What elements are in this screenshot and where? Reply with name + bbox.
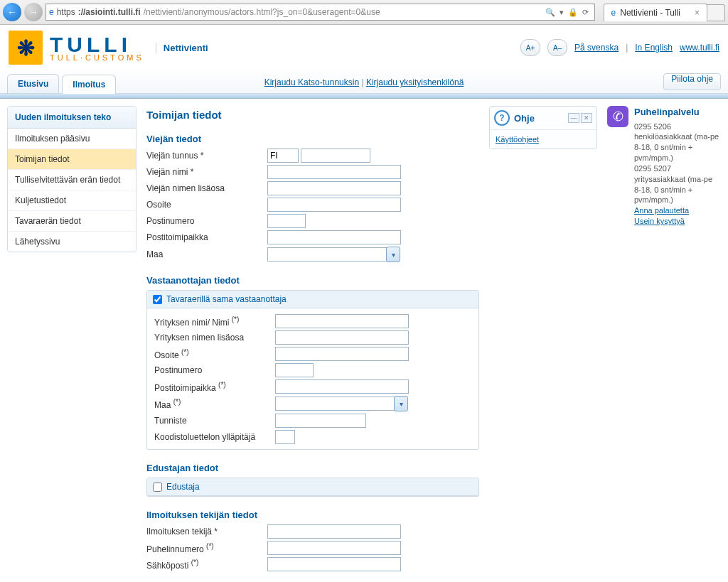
lbl-vast-postinr: Postinumero (154, 365, 275, 375)
input-yritys-lisa[interactable] (275, 330, 409, 345)
input-viejan-tunnus-prefix[interactable] (267, 149, 299, 163)
tab-etusivu[interactable]: Etusivu (7, 74, 59, 93)
feedback-link[interactable]: Anna palautetta (634, 205, 721, 216)
lbl-tunniste: Tunniste (154, 416, 275, 426)
input-viejan-nimi[interactable] (267, 165, 401, 179)
address-bar[interactable]: e https ://asiointi.tulli.fi /nettivient… (46, 4, 595, 21)
tulli-logo-icon: ❋ (9, 31, 43, 65)
sidebar-item-tulliselvitettavan[interactable]: Tulliselvitettävän erän tiedot (8, 170, 136, 190)
tulli-home-link[interactable]: www.tulli.fi (680, 43, 719, 53)
lbl-viejan-osoite: Osoite (146, 200, 267, 210)
tab-ilmoitus[interactable]: Ilmoitus (62, 75, 116, 94)
lbl-ilm-tekija: Ilmoituksen tekijä * (146, 527, 267, 537)
input-ilm-puh[interactable] (267, 541, 401, 555)
url-protocol: https (57, 7, 75, 17)
lbl-vast-postitp: Postitoimipaikka (*) (154, 381, 275, 393)
form-content: Toimijan tiedot Viejän tiedot Viejän tun… (146, 106, 479, 582)
page-title: Toimijan tiedot (146, 109, 479, 121)
vastaanottaja-box: Tavaraerillä sama vastaanottaja Yritykse… (146, 290, 479, 450)
input-tunniste[interactable] (275, 414, 366, 428)
addr-dropdown-icon[interactable]: ▾ (560, 8, 564, 17)
input-vast-postitp[interactable] (275, 379, 409, 394)
site-header: ❋ TULLI TULL·CUSTOMS Nettivienti A+ A– P… (0, 25, 728, 69)
edustaja-box: Edustaja (146, 478, 479, 497)
hide-help-button[interactable]: Piilota ohje (663, 73, 721, 90)
dropdown-viejan-maa[interactable]: ▾ (267, 247, 400, 262)
input-viejan-maa[interactable] (267, 247, 387, 262)
input-koodisto[interactable] (275, 430, 295, 444)
input-vast-osoite[interactable] (275, 347, 409, 361)
ie-tab-icon: e (611, 8, 616, 18)
lbl-yritys-lisa: Yrityksen nimen lisäosa (154, 333, 275, 343)
help-panel: ? Ohje — ✕ Käyttöohjeet (489, 106, 597, 149)
lbl-ilm-email: Sähköposti (*) (146, 559, 267, 571)
checkbox-edustaja[interactable] (153, 483, 162, 492)
lang-english-link[interactable]: In English (635, 43, 673, 53)
sidebar-item-paasivu[interactable]: Ilmoituksen pääsivu (8, 129, 136, 149)
logo-line1: TULLI (50, 34, 144, 55)
browser-chrome-bar: ← → e https ://asiointi.tulli.fi /nettiv… (0, 0, 728, 25)
browser-forward-button[interactable]: → (24, 3, 43, 21)
help-icon: ? (494, 110, 510, 126)
ilmoittaja-heading: Ilmoituksen tekijän tiedot (146, 510, 479, 520)
lbl-viejan-postinr: Postinumero (146, 216, 267, 226)
browser-tab-strip: e Nettivienti - Tulli × (604, 3, 725, 21)
help-title: Ohje (514, 113, 564, 124)
input-viejan-tunnus[interactable] (301, 149, 370, 163)
sidebar-item-lahetyssivu[interactable]: Lähetyssivu (8, 232, 136, 252)
browser-tab-active[interactable]: e Nettivienti - Tulli × (604, 4, 707, 21)
browser-tab-title: Nettivienti - Tulli (620, 8, 680, 18)
decorative-strip (0, 94, 728, 99)
search-icon[interactable]: 🔍 (545, 8, 555, 17)
input-ilm-tekija[interactable] (267, 524, 401, 539)
edustaja-heading: Edustajan tiedot (146, 463, 479, 473)
lbl-edustaja: Edustaja (166, 482, 200, 492)
lbl-viejan-nimi: Viejän nimi * (146, 167, 267, 177)
dropdown-vast-maa[interactable]: ▾ (275, 396, 408, 411)
logo-text: TULLI TULL·CUSTOMS (50, 34, 144, 62)
input-vast-postinr[interactable] (275, 363, 314, 377)
sidebar-item-toimijan[interactable]: Toimijan tiedot (8, 149, 136, 170)
separator: | (626, 43, 628, 53)
input-viejan-postinr[interactable] (267, 214, 306, 228)
lbl-sama-vastaanottaja: Tavaraerillä sama vastaanottaja (166, 294, 287, 304)
new-tab-button[interactable] (707, 4, 725, 21)
lbl-vast-maa: Maa (*) (154, 398, 275, 410)
chevron-down-icon[interactable]: ▾ (394, 396, 408, 411)
input-viejan-osoite[interactable] (267, 198, 401, 212)
checkbox-sama-vastaanottaja[interactable] (153, 295, 162, 304)
input-viejan-postitp[interactable] (267, 230, 401, 244)
lbl-viejan-postitp: Postitoimipaikka (146, 232, 267, 242)
logo-line2: TULL·CUSTOMS (50, 54, 144, 62)
login-links: Kirjaudu Katso-tunnuksin | Kirjaudu yksi… (264, 77, 464, 87)
lbl-vast-osoite: Osoite (*) (154, 348, 275, 360)
close-icon[interactable]: ✕ (581, 113, 592, 123)
login-katso-link[interactable]: Kirjaudu Katso-tunnuksin (264, 77, 359, 87)
sidebar-item-kuljetustiedot[interactable]: Kuljetustiedot (8, 190, 136, 211)
input-viejan-nimen-lisa[interactable] (267, 181, 401, 195)
url-host: ://asiointi.tulli.fi (78, 7, 141, 17)
browser-back-button[interactable]: ← (3, 3, 21, 21)
minimize-icon[interactable]: — (568, 113, 579, 123)
nav-bar: Etusivu Ilmoitus Kirjaudu Katso-tunnuksi… (0, 69, 728, 94)
chevron-down-icon[interactable]: ▾ (386, 247, 400, 262)
phone-line2: 0295 5207 yritysasiakkaat (ma-pe 8-18, 0… (634, 163, 721, 205)
lbl-viejan-maa: Maa (146, 249, 267, 259)
sidebar-item-tavaraeran[interactable]: Tavaraerän tiedot (8, 211, 136, 232)
font-decrease-button[interactable]: A– (547, 39, 567, 56)
lbl-viejan-nimen-lisa: Viejän nimen lisäosa (146, 183, 267, 193)
font-increase-button[interactable]: A+ (520, 39, 540, 56)
phone-icon: ✆ (607, 106, 628, 127)
input-vast-maa[interactable] (275, 397, 395, 411)
refresh-icon[interactable]: ⟳ (582, 8, 589, 17)
vastaanottaja-heading: Vastaanottajan tiedot (146, 275, 479, 286)
faq-link[interactable]: Usein kysyttyä (634, 216, 721, 227)
sidebar-title: Uuden ilmoituksen teko (8, 107, 136, 129)
lang-svenska-link[interactable]: På svenska (574, 43, 619, 53)
help-manual-link[interactable]: Käyttöohjeet (496, 135, 539, 144)
login-person-link[interactable]: Kirjaudu yksityishenkilönä (366, 77, 464, 87)
input-ilm-email[interactable] (267, 557, 401, 571)
phone-line1: 0295 5206 henkilöasiakkaat (ma-pe 8-18, … (634, 122, 721, 163)
tab-close-icon[interactable]: × (695, 8, 700, 18)
input-yritys-nimi[interactable] (275, 314, 409, 328)
